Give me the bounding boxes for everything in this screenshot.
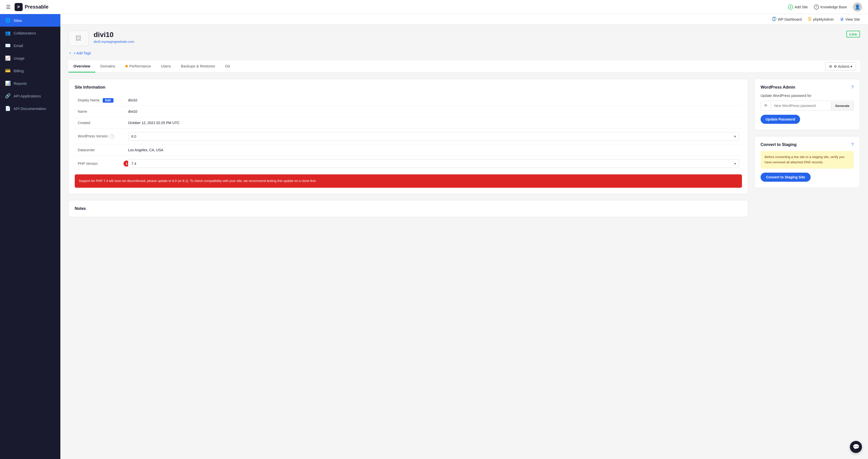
update-password-button[interactable]: Update Password	[761, 115, 800, 124]
sidebar-item-label-sites: Sites	[13, 19, 22, 23]
site-url[interactable]: divi0.mystagingwebsite.com	[94, 40, 841, 43]
notes-title: Notes	[75, 206, 742, 211]
tab-users-label: Users	[161, 64, 171, 68]
knowledge-base-icon: ?	[814, 4, 819, 9]
add-site-button[interactable]: + Add Site	[788, 4, 808, 9]
secondary-header: ⓵ WP Dashboard 🗄 phpMyAdmin 🖥 View Site	[60, 14, 868, 25]
info-table: Display Name Edit divi10 Name divi10	[75, 95, 742, 172]
php-warning-banner: Support for PHP 7.4 will soon be discont…	[75, 174, 742, 188]
knowledge-base-button[interactable]: ? Knowledge Base	[814, 4, 847, 9]
tab-performance[interactable]: Performance	[120, 60, 156, 72]
wp-admin-title: WordPress Admin	[761, 85, 795, 90]
sidebar-item-api-applications[interactable]: 🔗 API Applications	[0, 90, 60, 102]
display-name-label: Display Name Edit	[75, 95, 125, 106]
logo-text: Pressable	[25, 4, 49, 10]
add-site-label: Add Site	[795, 5, 808, 9]
tab-backups[interactable]: Backups & Restores	[176, 60, 220, 72]
left-column: Site Information Display Name Edit divi1…	[68, 79, 748, 217]
password-visibility-icon[interactable]: 👁	[761, 101, 771, 111]
sidebar-item-reports[interactable]: 📊 Reports	[0, 77, 60, 90]
wp-version-row: WordPress Version ? 6.0 5.9	[75, 129, 742, 145]
email-icon: ✉️	[5, 43, 10, 48]
phpmyadmin-icon: 🗄	[808, 17, 812, 22]
convert-to-staging-card: Convert to Staging ? Before converting a…	[754, 136, 860, 188]
datacenter-value: Los Angeles, CA, USA	[125, 145, 742, 156]
staging-warning-text: Before converting a live site to a stagi…	[761, 151, 854, 169]
right-column: WordPress Admin ? Update WordPress passw…	[754, 79, 860, 217]
view-site-icon: 🖥	[840, 17, 844, 22]
sidebar-item-label-api-documentation: API Documentation	[13, 106, 46, 111]
php-version-label: PHP Version	[75, 156, 125, 172]
sidebar-item-label-billing: Billing	[13, 69, 24, 73]
created-value: October 12, 2021 02:25 PM UTC	[125, 117, 742, 129]
header-right: + Add Site ? Knowledge Base 👤	[788, 2, 862, 11]
add-tags-button[interactable]: ＋ + Add Tags	[68, 51, 860, 55]
wp-version-select[interactable]: 6.0 5.9 5.8 5.7	[128, 132, 739, 141]
convert-to-staging-button[interactable]: Convert to Staging Site	[761, 173, 811, 182]
sites-icon: 🌐	[5, 18, 10, 23]
tab-overview[interactable]: Overview	[68, 60, 95, 72]
tab-overview-label: Overview	[73, 64, 90, 68]
sidebar-item-usage[interactable]: 📈 Usage	[0, 52, 60, 64]
usage-icon: 📈	[5, 55, 10, 61]
php-version-row-wrapper: 1 7.4 8.0 8.1	[128, 159, 739, 168]
add-tags-label: + Add Tags	[73, 51, 91, 55]
billing-icon: 💳	[5, 68, 10, 73]
php-version-select[interactable]: 7.4 8.0 8.1	[128, 159, 739, 168]
tab-git[interactable]: Git	[220, 60, 235, 72]
actions-button[interactable]: ⚙ ⚙ Actions ▾	[825, 62, 856, 71]
wordpress-admin-card: WordPress Admin ? Update WordPress passw…	[754, 79, 860, 130]
sidebar-item-label-reports: Reports	[13, 81, 27, 86]
top-header: ☰ P Pressable + Add Site ? Knowledge Bas…	[0, 0, 868, 14]
gear-icon: ⚙	[829, 64, 832, 68]
sidebar-item-email[interactable]: ✉️ Email	[0, 39, 60, 52]
sidebar-item-billing[interactable]: 💳 Billing	[0, 64, 60, 77]
php-version-row: PHP Version 1 7.4 8	[75, 156, 742, 172]
page-content: 🖼 divi10 divi0.mystagingwebsite.com Live…	[60, 25, 868, 223]
site-title: divi10	[94, 31, 841, 39]
tab-users[interactable]: Users	[156, 60, 176, 72]
sidebar-item-api-documentation[interactable]: 📄 API Documentation	[0, 102, 60, 115]
view-site-button[interactable]: 🖥 View Site	[840, 17, 860, 22]
phpmyadmin-button[interactable]: 🗄 phpMyAdmin	[808, 17, 834, 22]
wp-version-help-icon[interactable]: ?	[110, 134, 114, 139]
logo: P Pressable	[14, 3, 49, 11]
sidebar-item-label-usage: Usage	[13, 56, 24, 60]
app-body: 🌐 Sites 👥 Collaborators ✉️ Email 📈 Usage…	[0, 14, 868, 459]
phpmyadmin-label: phpMyAdmin	[813, 18, 834, 21]
php-warning-text: Support for PHP 7.4 will soon be discont…	[79, 179, 316, 183]
wp-version-select-cell: 6.0 5.9 5.8 5.7	[125, 129, 742, 145]
display-name-value: divi10	[125, 95, 742, 106]
generate-password-button[interactable]: Generate	[831, 101, 854, 110]
content-grid: Site Information Display Name Edit divi1…	[68, 79, 860, 217]
datacenter-row: Datacenter Los Angeles, CA, USA	[75, 145, 742, 156]
avatar-icon: 👤	[855, 4, 860, 10]
chat-bubble-button[interactable]: 💬	[850, 441, 862, 453]
convert-staging-title: Convert to Staging	[761, 143, 797, 147]
tab-git-label: Git	[225, 64, 230, 68]
sidebar-item-label-api-applications: API Applications	[13, 94, 41, 98]
avatar[interactable]: 👤	[853, 2, 862, 11]
live-badge: Live	[846, 31, 860, 37]
hamburger-icon[interactable]: ☰	[6, 4, 10, 10]
api-documentation-icon: 📄	[5, 106, 10, 111]
tab-domains[interactable]: Domains	[95, 60, 120, 72]
name-value: divi10	[125, 106, 742, 117]
add-tags-icon: ＋	[68, 51, 72, 55]
new-password-input[interactable]	[771, 101, 831, 110]
sidebar-item-collaborators[interactable]: 👥 Collaborators	[0, 27, 60, 39]
sidebar-item-label-email: Email	[13, 43, 23, 48]
api-applications-icon: 🔗	[5, 93, 10, 99]
wp-version-select-wrapper: 6.0 5.9 5.8 5.7	[128, 132, 739, 141]
tab-backups-label: Backups & Restores	[181, 64, 215, 68]
convert-staging-header: Convert to Staging ?	[761, 143, 854, 147]
wp-dashboard-button[interactable]: ⓵ WP Dashboard	[772, 17, 802, 22]
sidebar-item-label-collaborators: Collaborators	[13, 31, 36, 35]
wp-admin-help-icon[interactable]: ?	[851, 85, 854, 90]
convert-staging-help-icon[interactable]: ?	[851, 143, 854, 147]
created-label: Created	[75, 117, 125, 129]
created-row: Created October 12, 2021 02:25 PM UTC	[75, 117, 742, 129]
add-site-icon: +	[788, 4, 793, 9]
sidebar-item-sites[interactable]: 🌐 Sites	[0, 14, 60, 27]
edit-display-name-button[interactable]: Edit	[103, 98, 114, 103]
